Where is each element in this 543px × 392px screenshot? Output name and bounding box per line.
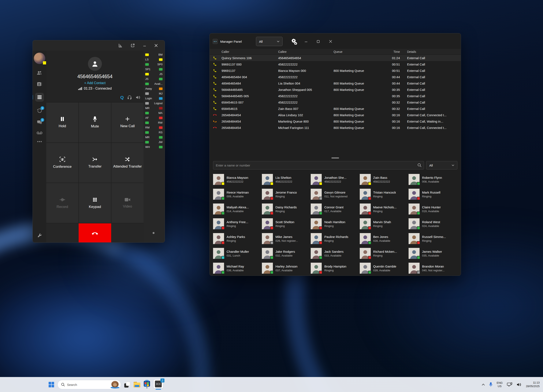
blf-key-ls[interactable]: LS: [145, 57, 163, 62]
contact-card[interactable]: Reece Hartman009, Available: [213, 187, 262, 202]
blf-key-js[interactable]: JS: [145, 77, 163, 81]
call-row[interactable]: 568484465485 0054582222222200:35External…: [210, 93, 461, 99]
minimize-button[interactable]: [300, 37, 312, 46]
contact-card[interactable]: Marvin ShahRinging: [360, 216, 409, 231]
contact-card[interactable]: Roland West024, Available: [409, 216, 457, 231]
file-explorer-button[interactable]: [134, 382, 140, 387]
blf-key-js[interactable]: JS: [145, 72, 163, 77]
contacts-icon[interactable]: [37, 70, 42, 75]
attended-transfer-button[interactable]: Attended Transfer: [111, 143, 143, 183]
col-queue[interactable]: Queue: [334, 50, 384, 53]
settings-gears-icon[interactable]: [291, 38, 297, 45]
chat-icon[interactable]: 1: [37, 120, 42, 125]
network-display-icon[interactable]: [507, 382, 512, 387]
blf-key-sp1[interactable]: SP1: [145, 67, 163, 72]
contact-search-input[interactable]: [213, 161, 424, 169]
contact-card[interactable]: Pauline RichardsRinging: [311, 231, 360, 246]
contact-card-icon[interactable]: [37, 82, 42, 86]
blf-key-mj[interactable]: MJ: [145, 91, 163, 96]
user-avatar[interactable]: [34, 53, 45, 64]
resize-dot[interactable]: [153, 232, 154, 234]
keypad-button[interactable]: Keypad: [79, 183, 111, 223]
contact-card[interactable]: Chandler Muller031, Lunch: [213, 246, 262, 261]
blf-key-away[interactable]: Away: [145, 86, 163, 91]
open-external-icon[interactable]: [131, 43, 135, 48]
contact-card[interactable]: Mark RussellRinging: [409, 187, 457, 202]
blf-key-sp0[interactable]: SP0: [145, 62, 163, 67]
blf-key-af[interactable]: AF: [145, 115, 163, 120]
contact-card[interactable]: Gavyn Gilmore011, Not registered: [311, 187, 360, 202]
contact-card[interactable]: Bianca Mayson45822222222: [213, 172, 262, 187]
contact-card[interactable]: James Walker035, Available: [409, 246, 457, 261]
blf-key-rs[interactable]: RS: [145, 130, 163, 135]
contact-card[interactable]: Jake Rodgers032, Available: [262, 246, 311, 261]
voicemail-icon[interactable]: [36, 131, 43, 134]
contact-card[interactable]: Richard Mcken...Ringing: [360, 246, 409, 261]
mute-button[interactable]: Mute: [79, 102, 111, 142]
blf-key-jw[interactable]: JW: [145, 140, 163, 145]
speaker-icon[interactable]: [136, 95, 141, 100]
contact-card[interactable]: Brandon Moran040, Not register...: [409, 261, 457, 275]
task-view-button[interactable]: [124, 382, 130, 387]
call-row[interactable]: 48946465484Lia Shelton 004800 Marketing …: [210, 80, 461, 86]
contact-card[interactable]: Roberto Flynn008, Available: [409, 172, 457, 187]
blf-key-ma[interactable]: MA: [145, 111, 163, 115]
volume-icon[interactable]: [517, 382, 522, 387]
calls-filter-dropdown[interactable]: All: [256, 37, 283, 46]
transfer-button[interactable]: Transfer: [79, 143, 111, 183]
language-indicator[interactable]: ENG US: [497, 381, 503, 388]
headset-icon[interactable]: [127, 95, 132, 100]
tray-chevron-up-icon[interactable]: [482, 384, 485, 386]
call-row[interactable]: 26548484454Marketing Queue 800800 Market…: [210, 118, 461, 124]
col-time[interactable]: Time: [384, 50, 402, 53]
clock[interactable]: 11:13 28/05/2025: [526, 381, 540, 388]
call-row[interactable]: Quincy Simmons 106456465465465401:24Exte…: [210, 55, 461, 61]
contact-card[interactable]: Jack Sanders033, Available: [311, 246, 360, 261]
contact-card[interactable]: Daisy RichardsRinging: [262, 202, 311, 216]
minimize-icon[interactable]: [143, 44, 146, 47]
taskbar-search[interactable]: Search: [57, 380, 121, 389]
contact-card[interactable]: Tristan HancockRinging: [360, 187, 409, 202]
close-button[interactable]: [324, 37, 337, 46]
contact-card[interactable]: Michael Ray036, Available: [213, 261, 262, 275]
maximize-button[interactable]: [312, 37, 324, 46]
activity-chart-icon[interactable]: [118, 43, 123, 48]
close-icon[interactable]: [154, 44, 158, 47]
call-row[interactable]: 568484465485Jonathon Sheppard 005800 Mar…: [210, 86, 461, 93]
threecx-app-button[interactable]: 3CX 2: [153, 380, 163, 390]
hangup-button[interactable]: [79, 223, 111, 243]
contact-card[interactable]: Russell Simmo...Ringing: [409, 231, 457, 246]
blf-key-rm[interactable]: RM: [145, 125, 163, 130]
contact-card[interactable]: Maeve Nichols...Ringing: [360, 202, 409, 216]
contact-card[interactable]: Lia Shelton45822222222: [262, 172, 311, 187]
call-row[interactable]: 99691137Bianca Mayson 000800 Marketing Q…: [210, 67, 461, 74]
contact-card[interactable]: Maliyah Alexa...014, Available: [213, 202, 262, 216]
tray-microphone-icon[interactable]: [489, 382, 492, 387]
call-row[interactable]: 99691137 0004582222222200:51External Cal…: [210, 61, 461, 67]
contact-card[interactable]: Anthony Free...Ringing: [213, 216, 262, 231]
blf-key-logout[interactable]: Logout: [145, 101, 163, 106]
more-options-icon[interactable]: [37, 141, 42, 142]
contact-card[interactable]: Jonathon She...45822222222: [311, 172, 360, 187]
microsoft-store-button[interactable]: [144, 381, 150, 388]
contact-card[interactable]: Scott SheltonRinging: [262, 216, 311, 231]
add-contact-link[interactable]: + Add Contact: [84, 81, 106, 85]
contact-card[interactable]: Quentin Gamble039, Available: [360, 261, 409, 275]
contact-card[interactable]: Zain Bass45822222222: [360, 172, 409, 187]
blf-key-mr[interactable]: MR: [145, 135, 163, 140]
col-caller[interactable]: Caller: [221, 50, 278, 53]
call-row[interactable]: 48946465484 0044582222222200:44External …: [210, 74, 461, 80]
conference-button[interactable]: Conference: [46, 143, 79, 183]
contact-card[interactable]: Ben Jones028, Available: [360, 231, 409, 246]
new-call-button[interactable]: New Call: [111, 102, 143, 142]
blf-key-rw[interactable]: RW: [145, 120, 163, 125]
call-row[interactable]: 26548484454Alisa Lindsey 102800 Marketin…: [210, 112, 461, 118]
contacts-filter-dropdown[interactable]: All: [426, 161, 457, 169]
call-row[interactable]: 658454615 0074582222222200:32External Ca…: [210, 99, 461, 106]
queue-icon[interactable]: Q: [120, 95, 124, 100]
contact-card[interactable]: Mike James026, Not register...: [262, 231, 311, 246]
call-history-icon[interactable]: 1: [37, 108, 42, 113]
contact-card[interactable]: Brody HamptonRinging: [311, 261, 360, 275]
contact-card[interactable]: Claire Hunter019, Available: [409, 202, 457, 216]
panel-resize-handle[interactable]: [331, 157, 339, 158]
